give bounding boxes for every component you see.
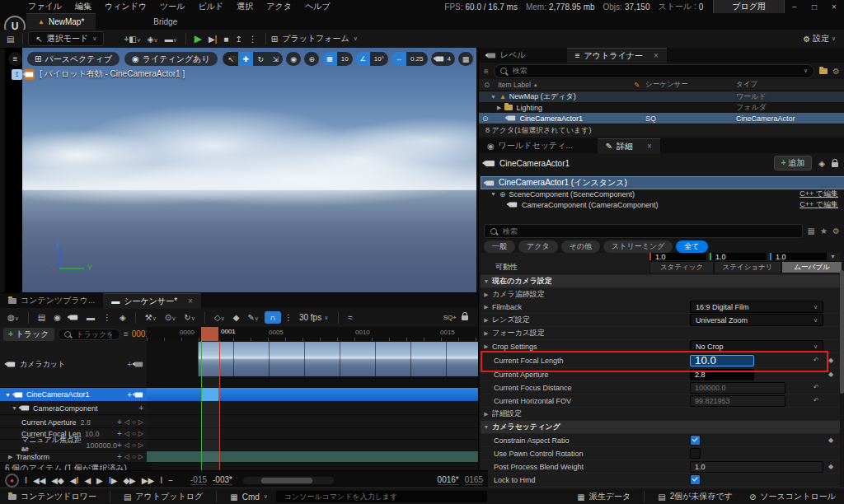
key-dot-icon[interactable]: ○ bbox=[132, 441, 136, 449]
filmback-select[interactable]: 16:9 Digital Film∨ bbox=[690, 301, 823, 313]
save-sequence-icon[interactable]: ▤ bbox=[38, 313, 45, 322]
perspective-dropdown[interactable]: ⊞パースペクティブ bbox=[27, 52, 120, 66]
tab-details[interactable]: ✎詳細× bbox=[598, 138, 660, 154]
settings-dropdown[interactable]: ⚙ 設定 ∨ bbox=[803, 33, 836, 44]
view-options-icon[interactable]: ⊙∨ bbox=[165, 313, 176, 322]
revert-icon[interactable]: ↶ bbox=[814, 384, 819, 391]
lock-to-hmd-checkbox[interactable] bbox=[690, 474, 701, 485]
next-key-icon[interactable]: ▷ bbox=[138, 418, 143, 426]
add-keyframe-icon[interactable]: ◆ bbox=[828, 436, 833, 444]
property-row-advanced[interactable]: ▶ 詳細設定 bbox=[481, 408, 840, 421]
cpp-edit-link[interactable]: C++ で編集 bbox=[799, 189, 838, 199]
component-row-instance[interactable]: CineCameraActor1 (インスタンス) bbox=[481, 176, 844, 189]
component-row-camera[interactable]: CameraComponent (CameraComponent) C++ で編… bbox=[481, 199, 843, 210]
outliner-row-world[interactable]: ▼ ▲ NewMap (エディタ) ワールド bbox=[479, 91, 844, 102]
collapse-icon[interactable]: ▼ bbox=[5, 392, 11, 398]
add-keyframe-icon[interactable]: ◆ bbox=[828, 371, 833, 378]
tab-content-browser[interactable]: コンテンツブラウ... bbox=[0, 293, 103, 308]
track-search[interactable] bbox=[58, 329, 120, 340]
add-camera-cut-icon[interactable]: + bbox=[127, 360, 132, 369]
outliner-row-cinecamera[interactable]: ⊙ CineCameraActor1 SQ CineCameraActor bbox=[479, 113, 844, 124]
console-input-box[interactable] bbox=[276, 491, 487, 502]
scale-snap-value[interactable]: 0.25 bbox=[406, 52, 428, 66]
prev-key-icon[interactable]: ◁ bbox=[124, 441, 129, 449]
view-range-start[interactable]: -015 bbox=[190, 475, 207, 485]
favorites-icon[interactable]: ★ bbox=[820, 226, 828, 236]
console-input[interactable] bbox=[283, 492, 481, 502]
sequence-settings-icon[interactable]: ⚒∨ bbox=[145, 313, 157, 322]
snap-kebab-icon[interactable]: ⋮ bbox=[284, 313, 293, 322]
lens-select[interactable]: Universal Zoom∨ bbox=[690, 314, 823, 326]
column-type[interactable]: タイプ bbox=[736, 80, 757, 90]
blueprint-convert-icon[interactable]: ◈ bbox=[818, 159, 825, 168]
pawn-rotation-checkbox[interactable] bbox=[690, 448, 701, 459]
manual-focus-track-value[interactable]: 100000.0 bbox=[86, 441, 117, 450]
rotate-tool-icon[interactable]: ↻ bbox=[253, 52, 268, 66]
minimize-button[interactable]: − bbox=[785, 2, 804, 12]
add-track-button[interactable]: + トラック bbox=[3, 328, 54, 341]
outliner-search-input[interactable] bbox=[511, 66, 799, 76]
key-dot-icon[interactable]: ○ bbox=[132, 430, 136, 437]
filter-streaming[interactable]: ストリーミング bbox=[603, 240, 673, 253]
camera-speed-control[interactable]: 4 bbox=[431, 52, 455, 66]
blueprints-dropdown[interactable]: ◈∨ bbox=[148, 35, 158, 44]
camera-cut-filmstrip[interactable] bbox=[198, 342, 478, 376]
render-movie-icon[interactable]: ▬ bbox=[87, 313, 95, 322]
collapse-icon[interactable]: ▼ bbox=[12, 405, 17, 411]
add-key-icon[interactable]: + bbox=[117, 418, 122, 427]
derived-data-button[interactable]: ▦ 派生データ bbox=[569, 488, 639, 504]
chevron-down-icon[interactable]: ▼ bbox=[830, 254, 836, 259]
add-key-icon[interactable]: + bbox=[117, 429, 122, 438]
prev-key-button[interactable]: ◀◆ bbox=[51, 476, 63, 485]
eject-button[interactable]: ↥ bbox=[235, 35, 241, 44]
aperture-track-value[interactable]: 2.8 bbox=[81, 418, 91, 427]
menu-file[interactable]: ファイル bbox=[28, 1, 62, 12]
focus-distance-field[interactable]: 100000.0 bbox=[690, 382, 785, 394]
column-item-label[interactable]: Item Label bbox=[498, 81, 531, 89]
column-sequencer[interactable]: シーケンサー bbox=[645, 80, 688, 90]
outliner-search[interactable]: ∨ bbox=[494, 64, 814, 78]
add-keyframe-icon[interactable]: ◆ bbox=[828, 463, 833, 470]
scrollbar-thumb[interactable] bbox=[261, 478, 312, 483]
horizontal-fov-field[interactable]: 99.821953 bbox=[690, 395, 785, 407]
crop-select[interactable]: No Crop∨ bbox=[690, 340, 823, 352]
unsaved-button[interactable]: ▤ 2個が未保存です bbox=[649, 488, 741, 504]
cine-camera-track-bar[interactable] bbox=[147, 388, 478, 402]
tab-outliner[interactable]: ≡アウトライナー× bbox=[567, 48, 667, 63]
source-control-button[interactable]: ⊘ ソースコントロール bbox=[741, 488, 844, 504]
focal-track-value[interactable]: 10.0 bbox=[85, 430, 100, 438]
add-section-icon[interactable]: + bbox=[127, 390, 132, 399]
tab-world-settings[interactable]: ◉ワールドセッティ... bbox=[479, 138, 581, 153]
close-button[interactable]: × bbox=[824, 2, 844, 12]
skip-button[interactable]: ▶| bbox=[209, 35, 217, 44]
filter-all[interactable]: 全て bbox=[676, 240, 707, 253]
select-mode-dropdown[interactable]: ↖ 選択モード ∨ bbox=[28, 31, 104, 46]
mobility-static-button[interactable]: スタティック bbox=[649, 261, 714, 273]
next-key-icon[interactable]: ▷ bbox=[138, 441, 143, 449]
playhead-block[interactable] bbox=[201, 327, 218, 341]
timeline-scrollbar[interactable] bbox=[243, 477, 334, 484]
grid-snap-control[interactable]: ▦ 10 bbox=[322, 52, 352, 66]
work-range-start[interactable]: -003* bbox=[213, 475, 232, 485]
key-dot-icon[interactable]: ○ bbox=[132, 418, 136, 426]
tab-sequencer[interactable]: ▬シーケンサー*× bbox=[103, 293, 201, 309]
curve-editor-icon[interactable]: ≈ bbox=[348, 313, 353, 322]
filter-general[interactable]: 一般 bbox=[484, 240, 515, 253]
new-camera-icon[interactable] bbox=[135, 362, 143, 366]
collapse-icon[interactable]: ▼ bbox=[481, 424, 492, 430]
snap-magnet-icon[interactable]: ∩ bbox=[265, 311, 281, 324]
expand-icon[interactable]: ▶ bbox=[481, 304, 492, 310]
chevron-down-icon[interactable]: ∨ bbox=[804, 68, 808, 74]
world-space-icon[interactable]: ◉ bbox=[286, 52, 301, 66]
set-end-button[interactable]: Ⅰ bbox=[160, 476, 162, 485]
ppbw-field[interactable]: 1.0 bbox=[690, 461, 823, 473]
revert-icon[interactable]: ↶ bbox=[814, 357, 819, 364]
viewport-menu-icon[interactable]: ≡ bbox=[8, 52, 22, 66]
cmd-dropdown[interactable]: ▦ Cmd ∨ bbox=[222, 488, 276, 504]
auto-key-icon[interactable]: ◆ bbox=[233, 313, 240, 322]
add-component-button[interactable]: + 追加 bbox=[774, 156, 813, 170]
track-camera-cuts[interactable]: カメラカット + bbox=[0, 341, 147, 388]
track-filter-icon[interactable]: ≡ bbox=[124, 329, 129, 338]
move-tool-icon[interactable]: ✚ bbox=[238, 52, 253, 66]
loop-toggle-button[interactable]: − bbox=[168, 476, 173, 485]
